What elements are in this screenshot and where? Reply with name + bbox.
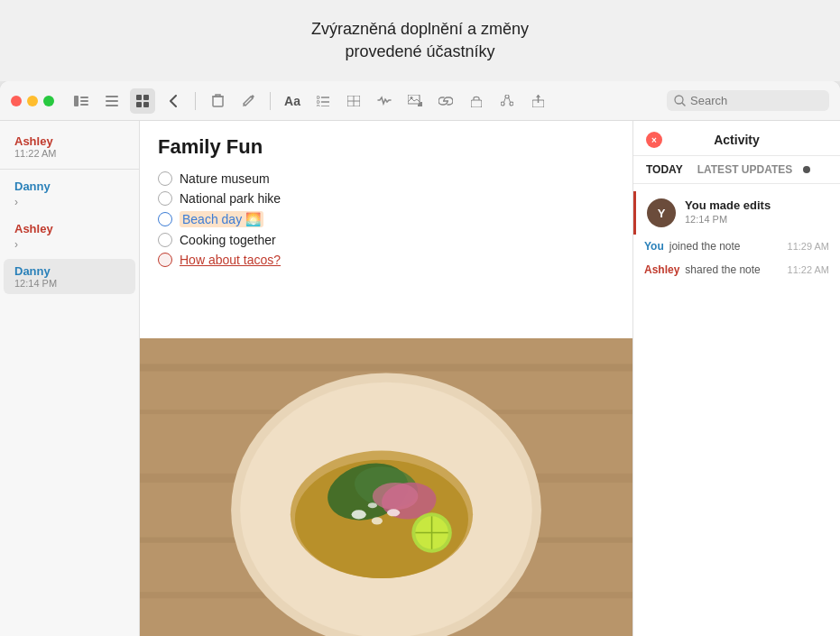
svg-rect-36 xyxy=(140,364,632,372)
sidebar-item-ashley-1[interactable]: Ashley 11:22 AM xyxy=(4,129,135,164)
activity-header: × Activity xyxy=(633,121,840,156)
activity-list: Y You made edits 12:14 PM You joined the… xyxy=(633,184,840,636)
activity-item-shared: Ashley shared the note 11:22 AM xyxy=(633,258,840,281)
item-label-2: National park hike xyxy=(180,191,281,206)
svg-rect-5 xyxy=(106,100,118,102)
tooltip-banner: Zvýrazněná doplnění a změny provedené úč… xyxy=(0,0,840,81)
checkbox-2[interactable] xyxy=(158,191,172,206)
note-image xyxy=(140,338,632,636)
sidebar-divider xyxy=(0,169,139,170)
svg-point-14 xyxy=(317,100,319,103)
checklist-item-1[interactable]: Nature museum xyxy=(158,171,614,186)
note-content: Family Fun Nature museum National park h… xyxy=(140,121,632,338)
item-label-4: Cooking together xyxy=(180,233,276,247)
search-icon xyxy=(674,95,686,106)
tooltip-text: Zvýrazněná doplnění a změny provedené úč… xyxy=(311,18,529,63)
note-title: Family Fun xyxy=(158,135,614,159)
sidebar-name: Ashley xyxy=(14,222,125,235)
export-button[interactable] xyxy=(525,88,550,114)
svg-line-29 xyxy=(504,97,506,102)
activity-item-content: You made edits 12:14 PM xyxy=(685,198,829,225)
toolbar-separator xyxy=(195,92,196,110)
sidebar-item-danny-2[interactable]: Danny 12:14 PM xyxy=(4,259,135,294)
pencil-icon xyxy=(242,95,254,107)
activity-action-joined: joined the note xyxy=(669,240,741,253)
checklist-icon xyxy=(317,96,329,106)
grid-icon xyxy=(136,95,149,107)
note-area: Family Fun Nature museum National park h… xyxy=(140,121,632,636)
item-label-3: Beach day 🌅 xyxy=(180,211,263,227)
checkbox-3[interactable] xyxy=(158,212,172,226)
close-button[interactable] xyxy=(11,96,22,106)
grid-view-button[interactable] xyxy=(130,88,155,114)
search-input[interactable] xyxy=(690,94,817,107)
tab-today[interactable]: TODAY xyxy=(642,161,687,178)
minimize-button[interactable] xyxy=(27,96,38,106)
svg-point-56 xyxy=(368,502,377,508)
svg-marker-23 xyxy=(418,102,422,106)
delete-button[interactable] xyxy=(205,88,230,114)
svg-line-30 xyxy=(509,97,511,102)
activity-close-button[interactable]: × xyxy=(646,132,662,148)
sidebar-toggle-button[interactable] xyxy=(69,88,94,114)
audio-button[interactable] xyxy=(372,88,397,114)
sidebar-name: Ashley xyxy=(14,134,125,148)
activity-time-shared: 11:22 AM xyxy=(788,264,829,275)
activity-tab-dot[interactable] xyxy=(803,166,810,173)
checklist-item-5[interactable]: How about tacos? xyxy=(158,253,614,267)
export-icon xyxy=(532,95,544,107)
edit-button[interactable] xyxy=(235,88,261,114)
sidebar-item-ashley-2[interactable]: Ashley › xyxy=(4,217,135,257)
activity-action-shared: shared the note xyxy=(685,263,760,276)
list-icon xyxy=(106,96,118,106)
svg-rect-6 xyxy=(106,105,118,106)
list-view-button[interactable] xyxy=(99,88,125,114)
fullscreen-button[interactable] xyxy=(43,96,54,106)
checklist-item-4[interactable]: Cooking together xyxy=(158,233,614,247)
activity-item-text: You made edits xyxy=(685,198,829,212)
traffic-lights xyxy=(11,96,54,106)
tab-latest-updates[interactable]: LATEST UPDATES xyxy=(694,161,797,178)
sidebar: Ashley 11:22 AM Danny › Ashley › Danny 1… xyxy=(0,121,140,636)
svg-rect-8 xyxy=(143,95,149,100)
svg-rect-9 xyxy=(136,102,142,107)
item-label-5: How about tacos? xyxy=(180,253,281,267)
lock-button[interactable] xyxy=(464,88,489,114)
sidebar-icon xyxy=(74,96,88,106)
table-button[interactable] xyxy=(341,88,366,114)
svg-rect-3 xyxy=(80,104,88,106)
checklist-item-3[interactable]: Beach day 🌅 xyxy=(158,211,614,227)
svg-point-28 xyxy=(510,102,513,106)
activity-item-joined: You joined the note 11:29 AM xyxy=(633,235,840,258)
search-bar[interactable] xyxy=(667,90,829,111)
sidebar-time: 11:22 AM xyxy=(14,148,125,159)
checklist-item-2[interactable]: National park hike xyxy=(158,191,614,206)
checkbox-5[interactable] xyxy=(158,253,172,267)
checkbox-1[interactable] xyxy=(158,171,172,186)
svg-rect-0 xyxy=(74,96,78,106)
sidebar-time-2: 12:14 PM xyxy=(14,278,125,289)
avatar-you: Y xyxy=(647,198,676,227)
checklist-button[interactable] xyxy=(310,88,336,114)
link-button[interactable] xyxy=(433,88,458,114)
svg-rect-7 xyxy=(136,95,142,100)
svg-point-27 xyxy=(501,102,504,106)
sidebar-name: Danny xyxy=(14,180,125,193)
format-text-button[interactable]: Aa xyxy=(280,88,305,114)
activity-item-time: 12:14 PM xyxy=(685,214,829,225)
image-button[interactable] xyxy=(402,88,428,114)
toolbar-separator-2 xyxy=(270,92,271,110)
chevron-left-icon xyxy=(170,95,177,107)
lock-icon xyxy=(471,95,482,107)
svg-rect-21 xyxy=(408,95,420,104)
link-icon xyxy=(438,97,453,106)
back-button[interactable] xyxy=(161,88,186,114)
sidebar-item-danny[interactable]: Danny › xyxy=(4,174,135,215)
svg-point-48 xyxy=(373,483,419,510)
checkbox-4[interactable] xyxy=(158,233,172,247)
activity-user-ashley: Ashley xyxy=(644,263,679,276)
item-label-1: Nature museum xyxy=(180,171,270,186)
activity-user-you: You xyxy=(644,240,664,253)
share-button[interactable] xyxy=(494,88,520,114)
svg-rect-25 xyxy=(471,100,482,107)
